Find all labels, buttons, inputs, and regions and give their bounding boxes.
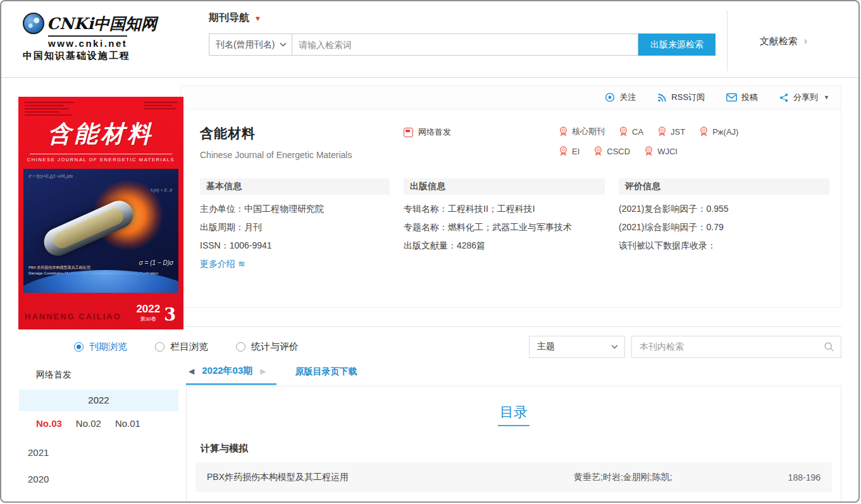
journal-info-panel: 关注 RSS订阅 投稿 分享到 ▼ xyxy=(180,85,841,308)
in-journal-search-box xyxy=(631,336,841,358)
cover-fineprint-right xyxy=(144,102,177,111)
radio-unselected-icon xyxy=(155,342,164,352)
content-row: 网络首发 2022 No.03 No.02 No.01 2021 2020 ◀ … xyxy=(18,364,841,503)
medal-icon xyxy=(593,146,603,157)
journal-cover-image: 含能材料 CHINESE JOURNAL OF ENERGETIC MATERI… xyxy=(18,97,183,329)
article-title-link[interactable]: PBX炸药损伤本构模型及其工程运用 xyxy=(207,472,574,483)
journal-title-en: Chinese Journal of Energetic Materials xyxy=(200,150,404,160)
chevron-down-icon xyxy=(611,345,618,349)
journal-title: 含能材料 xyxy=(200,125,404,142)
issue-no-03[interactable]: No.03 xyxy=(36,418,62,429)
radio-column-browse[interactable]: 栏目浏览 xyxy=(155,341,208,353)
globe-icon xyxy=(23,13,44,34)
cnki-logo[interactable]: CNKi中国知网 www.cnki.net 中国知识基础设施工程 xyxy=(23,9,173,77)
basic-info-heading: 基本信息 xyxy=(200,178,390,195)
radio-issue-browse[interactable]: 刊期浏览 xyxy=(74,341,127,353)
issue-navigation: ◀ 2022年03期 ▶ 原版目录页下载 xyxy=(186,364,841,386)
topic-field-select[interactable]: 主题 xyxy=(529,336,625,358)
online-first-link[interactable]: 网络首发 xyxy=(404,126,451,138)
chevron-down-icon xyxy=(280,42,287,47)
logo-brand-text: CNKi中国知网 xyxy=(47,13,157,34)
nav-title-label: 期刊导航 xyxy=(209,11,249,25)
article-authors[interactable]: 黄垂艺;时岩;金朋刚;陈凯; xyxy=(574,472,771,483)
issue-content-area: ◀ 2022年03期 ▶ 原版目录页下载 目录 计算与模拟 PBX炸药损伤本构模… xyxy=(186,364,841,503)
rss-icon xyxy=(657,93,667,102)
medal-icon xyxy=(657,126,667,137)
comprehensive-impact-factor: (2021)综合影响因子：0.79 xyxy=(619,218,829,237)
evaluation-info-column: 评价信息 (2021)复合影响因子：0.955 (2021)综合影响因子：0.7… xyxy=(619,178,829,273)
original-toc-download-link[interactable]: 原版目录页下载 xyxy=(295,366,357,378)
online-first-icon xyxy=(404,128,413,137)
article-authors[interactable]: 苗闯;高垒;王桂香;贾雪左; xyxy=(574,501,771,503)
article-pages: 188-196 xyxy=(771,472,821,482)
badge-rzh-aj: Рж(AJ) xyxy=(699,126,738,137)
share-button[interactable]: 分享到 ▼ xyxy=(779,92,829,103)
composite-impact-factor: (2021)复合影响因子：0.955 xyxy=(619,200,829,218)
search-icon[interactable] xyxy=(824,341,834,352)
cover-masthead-en: CHINESE JOURNAL OF ENERGETIC MATERIALS xyxy=(18,157,183,163)
caret-down-icon: ▼ xyxy=(254,15,261,22)
cnki-journal-page: CNKi中国知网 www.cnki.net 中国知识基础设施工程 期刊导航 ▼ … xyxy=(0,0,860,503)
cover-year: 2022 第30卷 xyxy=(136,304,160,324)
next-issue-arrow[interactable]: ▶ xyxy=(260,367,266,376)
main-area: 含能材料 CHINESE JOURNAL OF ENERGETIC MATERI… xyxy=(1,85,858,503)
header-center: 期刊导航 ▼ 刊名(曾用刊名) 出版来源检索 xyxy=(173,9,715,77)
publication-info-column: 出版信息 专辑名称：工程科技II；工程科技I 专题名称：燃料化工；武器工业与军事… xyxy=(404,178,605,273)
rss-subscribe-button[interactable]: RSS订阅 xyxy=(657,92,705,103)
badge-ca: CA xyxy=(619,126,643,137)
cover-fineprint-left xyxy=(25,102,74,118)
radio-selected-icon xyxy=(74,342,84,352)
table-of-contents-panel: 目录 计算与模拟 PBX炸药损伤本构模型及其工程运用 黄垂艺;时岩;金朋刚;陈凯… xyxy=(186,386,841,503)
medal-icon xyxy=(619,126,628,137)
evaluation-info-heading: 评价信息 xyxy=(619,178,829,195)
medal-icon xyxy=(559,126,568,137)
share-icon xyxy=(779,93,789,102)
badge-wjci: WJCI xyxy=(644,146,678,157)
badge-jst: JST xyxy=(657,126,685,137)
badge-cscd: CSCD xyxy=(593,146,630,157)
current-issue-label: 2022年03期 xyxy=(202,365,252,377)
previous-issue-arrow[interactable]: ◀ xyxy=(189,367,194,376)
envelope-icon xyxy=(726,93,737,102)
radio-statistics-evaluation[interactable]: 统计与评价 xyxy=(236,341,299,353)
in-journal-search-input[interactable] xyxy=(640,341,824,352)
toc-section-heading: 计算与模拟 xyxy=(201,443,832,455)
cover-divider xyxy=(30,154,171,154)
sidebar-year-2021[interactable]: 2021 xyxy=(19,435,178,462)
journal-badges: 核心期刊 CA JST Рж(AJ) EI CSCD WJCI xyxy=(559,125,829,166)
publication-source-search-button[interactable]: 出版来源检索 xyxy=(638,34,715,56)
article-title-link[interactable]: Al/Fe₂O₃纳米铝热剂界面结构和稳定性的周期性密度泛函理论研究 xyxy=(207,501,574,503)
issue-no-01[interactable]: No.01 xyxy=(115,418,140,429)
current-issue-tab: ◀ 2022年03期 ▶ xyxy=(186,365,276,385)
header-right: 文献检索 › xyxy=(727,11,839,71)
logo-subtitle-text: 中国知识基础设施工程 xyxy=(23,50,173,62)
basic-info-column: 基本信息 主办单位：中国工程物理研究院 出版周期：月刊 ISSN：1006-99… xyxy=(200,178,390,273)
sidebar-year-2022[interactable]: 2022 xyxy=(19,390,178,411)
journal-navigation-menu[interactable]: 期刊导航 ▼ xyxy=(209,11,261,25)
medal-icon xyxy=(644,146,653,157)
article-row: PBX炸药损伤本构模型及其工程运用 黄垂艺;时岩;金朋刚;陈凯; 188-196 xyxy=(195,462,832,492)
search-input[interactable] xyxy=(292,34,638,56)
article-row: Al/Fe₂O₃纳米铝热剂界面结构和稳定性的周期性密度泛函理论研究 苗闯;高垒;… xyxy=(195,492,832,503)
topic-field-value: 主题 xyxy=(537,341,555,352)
more-intro-link[interactable]: 更多介绍≋ xyxy=(200,255,245,273)
article-count-info: 出版文献量：4286篇 xyxy=(404,237,605,255)
issn-info: ISSN：1006-9941 xyxy=(200,237,390,255)
issue-no-02[interactable]: No.02 xyxy=(76,418,101,429)
album-info: 专辑名称：工程科技II；工程科技I xyxy=(404,200,605,218)
document-search-link[interactable]: 文献检索 › xyxy=(760,35,807,47)
search-field-select[interactable]: 刊名(曾用刊名) xyxy=(209,34,292,56)
submit-manuscript-button[interactable]: 投稿 xyxy=(726,92,758,103)
follow-button[interactable]: 关注 xyxy=(605,92,636,103)
sidebar-year-2020[interactable]: 2020 xyxy=(19,462,178,488)
year-sidebar: 网络首发 2022 No.03 No.02 No.01 2021 2020 xyxy=(18,364,178,503)
cover-issue-number: 3 xyxy=(164,305,176,324)
cover-artwork: σ̄ = f(σ)+E₀∫(1−x/R₀)dx fₛ(σ) = E_d σ = … xyxy=(23,169,178,293)
cover-masthead: 含能材料 xyxy=(18,118,183,150)
badge-core-journal: 核心期刊 xyxy=(559,126,605,137)
sidebar-online-first-link[interactable]: 网络首发 xyxy=(19,364,178,390)
badge-ei: EI xyxy=(559,146,579,157)
frequency-info: 出版周期：月刊 xyxy=(200,218,390,237)
browse-controls: 刊期浏览 栏目浏览 统计与评价 主题 xyxy=(18,335,841,358)
cover-bottom: HANNENG CAILIAO 2022 第30卷 3 xyxy=(18,298,183,329)
